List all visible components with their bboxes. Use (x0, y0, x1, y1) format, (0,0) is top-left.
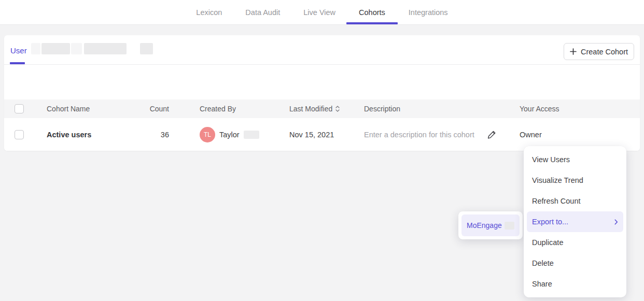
edit-pencil-icon[interactable] (487, 130, 497, 139)
tab-lexicon[interactable]: Lexicon (196, 0, 222, 24)
redacted-tab-block (71, 43, 82, 54)
redacted-last-name (244, 131, 259, 139)
select-all-checkbox[interactable] (15, 104, 24, 113)
tab-data-audit[interactable]: Data Audit (245, 0, 280, 24)
header-last-modified[interactable]: Last Modified (289, 105, 340, 113)
tab-integrations[interactable]: Integrations (409, 0, 448, 24)
active-tab-underline (10, 62, 25, 64)
chevron-right-icon (614, 219, 618, 225)
cohort-name[interactable]: Active users (47, 131, 91, 139)
avatar: TL (200, 127, 215, 142)
cohorts-card: User Create Cohort 1 Results Filter by C… (4, 35, 640, 151)
header-created-by: Created By (200, 105, 236, 113)
description-placeholder: Enter a description for this cohort (364, 131, 474, 139)
menu-item-delete[interactable]: Delete (527, 253, 623, 274)
row-checkbox[interactable] (15, 130, 24, 139)
menu-item-duplicate[interactable]: Duplicate (527, 232, 623, 253)
tab-cohorts[interactable]: Cohorts (359, 0, 385, 24)
access-cell: Owner (520, 131, 542, 139)
redacted-tab-block (140, 43, 153, 54)
create-cohort-button[interactable]: Create Cohort (564, 43, 634, 60)
menu-item-visualize-trend[interactable]: Visualize Trend (527, 170, 623, 191)
tab-live-view[interactable]: Live View (303, 0, 335, 24)
cohort-count: 36 (128, 131, 169, 139)
header-description: Description (364, 105, 400, 113)
sort-icon (335, 106, 340, 112)
redacted-tab-block (84, 43, 127, 54)
menu-item-share[interactable]: Share (527, 274, 623, 294)
description-cell[interactable]: Enter a description for this cohort (364, 130, 497, 139)
redacted-submenu-text (505, 222, 514, 230)
creator-name: Taylor (219, 131, 240, 139)
header-your-access: Your Access (520, 105, 559, 113)
menu-item-export-to[interactable]: Export to... (527, 211, 623, 232)
cohorts-page: Lexicon Data Audit Live View Cohorts Int… (0, 0, 644, 301)
submenu-item-moengage[interactable]: MoEngage (461, 214, 520, 236)
menu-item-refresh-count[interactable]: Refresh Count (527, 191, 623, 211)
plus-icon (570, 48, 577, 55)
cohort-type-tabs: User Create Cohort (4, 35, 640, 65)
create-cohort-label: Create Cohort (581, 48, 628, 56)
redacted-tab-block (31, 43, 40, 54)
tab-user-cohorts[interactable]: User (10, 46, 27, 55)
redacted-tab-block (41, 43, 70, 54)
cohort-context-menu: View Users Visualize Trend Refresh Count… (524, 146, 626, 297)
filter-bar: 1 Results Filter by Created By You All A… (4, 65, 640, 99)
menu-item-view-users[interactable]: View Users (527, 149, 623, 170)
header-count: Count (128, 105, 169, 113)
created-by-cell: TL Taylor (200, 127, 259, 142)
table-header-row: Cohort Name Count Created By Last Modifi… (4, 99, 640, 118)
header-cohort-name: Cohort Name (47, 105, 90, 113)
export-submenu: MoEngage (458, 211, 523, 239)
last-modified-cell: Nov 15, 2021 (289, 131, 334, 139)
top-nav: Lexicon Data Audit Live View Cohorts Int… (0, 0, 644, 25)
